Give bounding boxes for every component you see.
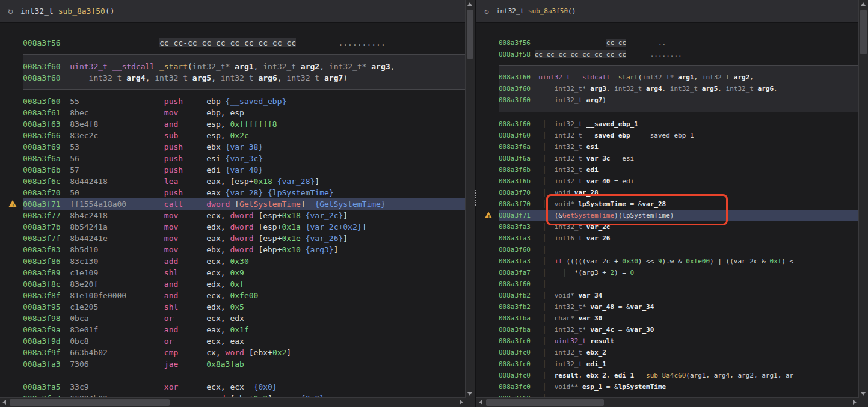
asm-row[interactable]: 008a3f6b 57 push edi {var_40} <box>23 164 466 176</box>
asm-row[interactable]: 008a3f77 8b4c2418 mov ecx, dword [esp+0x… <box>23 210 466 221</box>
hlil-row[interactable]: 008a3f71 │ (&GetSystemTime)(lpSystemTime… <box>499 210 859 221</box>
hlil-row[interactable]: 008a3fc0 │ void** esp_1 = &lpSystemTime <box>499 381 859 393</box>
scroll-down-icon[interactable] <box>861 392 866 396</box>
decompiler-listing[interactable]: 008a3f56 cc cc ..008a3f58 cc cc cc cc cc… <box>476 23 859 398</box>
hlil-row[interactable]: 008a3fa3 │ if (((((var_2c + 0x30) << 9).… <box>499 256 859 267</box>
hlil-row[interactable]: 008a3fba │ char* var_30 <box>499 313 859 324</box>
hlil-row[interactable]: 008a3fc0 │ uint32_t result <box>499 335 859 347</box>
hlil-row[interactable]: 008a3f60 │ <box>499 244 859 256</box>
hlil-row[interactable]: 008a3f60 │ int32_t __saved_ebp_1 <box>499 118 859 130</box>
asm-row[interactable]: 008a3fa5 33c9 xor ecx, ecx {0x0} <box>23 381 466 393</box>
binary-ninja-window: ↻ int32_t sub_8a3f50() 008a3f56 cc cc-cc… <box>0 0 868 407</box>
asm-row[interactable]: 008a3f9f 663b4b02 cmp cx, word [ebx+0x2] <box>23 347 466 358</box>
hlil-row[interactable]: 008a3f6a │ int32_t var_3c = esi <box>499 153 859 164</box>
hlil-row[interactable]: 008a3fa3 │ int32_t var_2c <box>499 221 859 233</box>
asm-row[interactable]: 008a3f83 8b5d10 mov ebx, dword [ebp+0x10… <box>23 244 466 256</box>
asm-row[interactable]: 008a3f60 55 push ebp {__saved_ebp} <box>23 96 466 107</box>
scroll-left-icon[interactable] <box>2 400 6 405</box>
decompiler-pane: ↻ int32_t sub_8a3f50() 008a3f56 cc cc ..… <box>476 0 868 407</box>
hlil-row[interactable]: 008a3fb2 │ int32_t* var_48 = &var_34 <box>499 301 859 313</box>
asm-row[interactable]: 008a3fa3 7306 jae 0x8a3fab <box>23 358 466 370</box>
scroll-right-icon[interactable] <box>853 400 857 405</box>
asm-row[interactable]: 008a3f6c 8d442418 lea eax, [esp+0x18 {va… <box>23 176 466 187</box>
asm-row[interactable]: 008a3f86 83c130 add ecx, 0x30 <box>23 256 466 267</box>
hlil-row[interactable]: 008a3fa7 │ │ *(arg3 + 2) = 0 <box>499 267 859 278</box>
function-signature: int32_t sub_8a3f50() <box>20 7 115 16</box>
hlil-row[interactable]: 008a3f6a │ int32_t esi <box>499 141 859 153</box>
signature-row[interactable]: 008a3f60 int32_t* arg3, int32_t arg4, in… <box>499 83 859 94</box>
scroll-left-icon[interactable] <box>479 400 482 405</box>
asm-row[interactable]: 008a3f8c 83e20f and edx, 0xf <box>23 278 466 290</box>
right-hscroll-thumb[interactable] <box>486 399 604 406</box>
right-vscroll-thumb[interactable] <box>860 10 867 54</box>
hlil-row[interactable]: 008a3fc0 │ int32_t ebx_2 <box>499 347 859 358</box>
asm-row[interactable]: 008a3f63 83e4f8 and esp, 0xfffffff8 <box>23 118 466 130</box>
asm-row[interactable]: 008a3f66 83ec2c sub esp, 0x2c <box>23 130 466 141</box>
asm-row[interactable]: 008a3f98 0bca or ecx, edx <box>23 313 466 324</box>
hlil-row[interactable]: 008a3fb2 │ void* var_34 <box>499 290 859 301</box>
asm-row[interactable]: 008a3f95 c1e205 shl edx, 0x5 <box>23 301 466 313</box>
scrollbar-corner <box>859 398 868 407</box>
refresh-icon[interactable]: ↻ <box>484 7 489 15</box>
scroll-up-icon[interactable] <box>861 2 866 6</box>
signature-row[interactable]: 008a3f60 uint32_t __stdcall _start(int32… <box>23 61 466 72</box>
left-vertical-scrollbar[interactable] <box>465 0 475 398</box>
disassembly-listing[interactable]: 008a3f56 cc cc-cc cc cc cc cc cc cc cc .… <box>0 23 466 398</box>
hlil-row[interactable]: 008a3fc0 │ result, ebx_2, edi_1 = sub_8a… <box>499 370 859 381</box>
hlil-row[interactable]: 008a3fba │ int32_t* var_4c = &var_30 <box>499 324 859 335</box>
scroll-up-icon[interactable] <box>467 2 472 6</box>
asm-row[interactable]: 008a3f9d 0bc8 or ecx, eax <box>23 335 466 347</box>
right-horizontal-scrollbar[interactable] <box>476 397 859 407</box>
signature-row[interactable]: 008a3f60 int32_t arg4, int32_t arg5, int… <box>23 72 466 84</box>
asm-row[interactable]: 008a3f6a 56 push esi {var_3c} <box>23 153 466 164</box>
refresh-icon[interactable]: ↻ <box>8 7 13 16</box>
hlil-row[interactable]: 008a3f60 │ <box>499 278 859 290</box>
hlil-row[interactable]: 008a3fa3 │ int16_t var_26 <box>499 233 859 244</box>
asm-row[interactable]: 008a3f8f 81e100fe0000 and ecx, 0xfe00 <box>23 290 466 301</box>
disassembly-pane: ↻ int32_t sub_8a3f50() 008a3f56 cc cc-cc… <box>0 0 475 407</box>
asm-row[interactable] <box>23 370 466 381</box>
byte-row[interactable]: 008a3f56 cc cc-cc cc cc cc cc cc cc cc .… <box>23 37 466 49</box>
hlil-row[interactable]: 008a3f6b │ int32_t var_40 = edi <box>499 176 859 187</box>
right-vertical-scrollbar[interactable] <box>858 0 868 398</box>
warning-icon <box>8 200 17 207</box>
asm-row[interactable]: 008a3f70 50 push eax {var_28} {lpSystemT… <box>23 187 466 198</box>
asm-row[interactable]: 008a3f7f 8b44241e mov eax, dword [esp+0x… <box>23 233 466 244</box>
asm-row[interactable]: 008a3f7b 8b54241a mov edx, dword [esp+0x… <box>23 221 466 233</box>
decompiler-header: ↻ int32_t sub_8a3f50() <box>476 0 868 23</box>
hlil-row[interactable]: 008a3fc0 │ int32_t edi_1 <box>499 358 859 370</box>
scrollbar-corner <box>466 398 475 407</box>
asm-row[interactable]: 008a3f89 c1e109 shl ecx, 0x9 <box>23 267 466 278</box>
left-horizontal-scrollbar[interactable] <box>0 397 466 407</box>
signature-row[interactable]: 008a3f60 int32_t arg7) <box>499 94 859 106</box>
scroll-right-icon[interactable] <box>460 400 463 405</box>
scroll-down-icon[interactable] <box>467 392 472 396</box>
left-hscroll-thumb[interactable] <box>10 399 170 406</box>
hlil-row[interactable]: 008a3f6b │ int32_t edi <box>499 164 859 176</box>
hlil-row[interactable]: 008a3f70 │ void var_28 <box>499 187 859 198</box>
asm-row[interactable]: 008a3f9a 83e01f and eax, 0x1f <box>23 324 466 335</box>
asm-row[interactable]: 008a3f61 8bec mov ebp, esp <box>23 107 466 118</box>
warning-icon <box>485 212 492 218</box>
left-vscroll-thumb[interactable] <box>467 10 473 59</box>
asm-row[interactable]: 008a3f69 53 push ebx {var_38} <box>23 141 466 153</box>
byte-row[interactable]: 008a3f56 cc cc .. <box>499 37 859 49</box>
disassembly-header: ↻ int32_t sub_8a3f50() <box>0 0 475 23</box>
hlil-row[interactable]: 008a3f70 │ void* lpSystemTime = &var_28 <box>499 198 859 210</box>
function-signature: int32_t sub_8a3f50() <box>496 7 576 15</box>
hlil-row[interactable]: 008a3f60 │ int32_t __saved_ebp = __saved… <box>499 130 859 141</box>
byte-row[interactable]: 008a3f58 cc cc cc cc cc cc cc cc .......… <box>499 49 859 60</box>
signature-row[interactable]: 008a3f60 uint32_t __stdcall _start(int32… <box>499 72 859 83</box>
asm-row[interactable]: 008a3f71 ff1554a18a00 call dword [GetSys… <box>23 198 466 210</box>
